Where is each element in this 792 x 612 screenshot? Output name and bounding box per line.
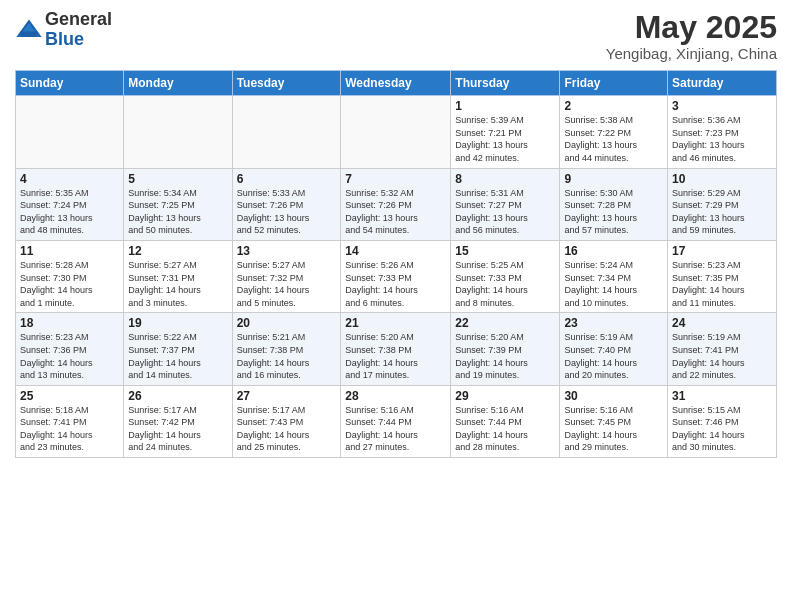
day-info: Sunrise: 5:38 AM Sunset: 7:22 PM Dayligh… bbox=[564, 114, 663, 164]
day-info: Sunrise: 5:34 AM Sunset: 7:25 PM Dayligh… bbox=[128, 187, 227, 237]
day-info: Sunrise: 5:20 AM Sunset: 7:39 PM Dayligh… bbox=[455, 331, 555, 381]
logo-general-text: General bbox=[45, 10, 112, 30]
col-monday: Monday bbox=[124, 71, 232, 96]
day-number: 4 bbox=[20, 172, 119, 186]
day-info: Sunrise: 5:27 AM Sunset: 7:32 PM Dayligh… bbox=[237, 259, 337, 309]
table-row: 18Sunrise: 5:23 AM Sunset: 7:36 PM Dayli… bbox=[16, 313, 124, 385]
day-number: 14 bbox=[345, 244, 446, 258]
day-info: Sunrise: 5:16 AM Sunset: 7:45 PM Dayligh… bbox=[564, 404, 663, 454]
table-row bbox=[124, 96, 232, 168]
table-row: 15Sunrise: 5:25 AM Sunset: 7:33 PM Dayli… bbox=[451, 240, 560, 312]
header: General Blue May 2025 Yengibag, Xinjiang… bbox=[15, 10, 777, 62]
table-row: 28Sunrise: 5:16 AM Sunset: 7:44 PM Dayli… bbox=[341, 385, 451, 457]
day-info: Sunrise: 5:22 AM Sunset: 7:37 PM Dayligh… bbox=[128, 331, 227, 381]
day-number: 28 bbox=[345, 389, 446, 403]
logo: General Blue bbox=[15, 10, 112, 50]
logo-icon bbox=[15, 16, 43, 44]
table-row: 19Sunrise: 5:22 AM Sunset: 7:37 PM Dayli… bbox=[124, 313, 232, 385]
day-info: Sunrise: 5:23 AM Sunset: 7:35 PM Dayligh… bbox=[672, 259, 772, 309]
table-row: 31Sunrise: 5:15 AM Sunset: 7:46 PM Dayli… bbox=[668, 385, 777, 457]
day-number: 16 bbox=[564, 244, 663, 258]
table-row bbox=[232, 96, 341, 168]
day-info: Sunrise: 5:27 AM Sunset: 7:31 PM Dayligh… bbox=[128, 259, 227, 309]
day-info: Sunrise: 5:17 AM Sunset: 7:43 PM Dayligh… bbox=[237, 404, 337, 454]
day-number: 24 bbox=[672, 316, 772, 330]
day-number: 17 bbox=[672, 244, 772, 258]
day-info: Sunrise: 5:15 AM Sunset: 7:46 PM Dayligh… bbox=[672, 404, 772, 454]
table-row: 20Sunrise: 5:21 AM Sunset: 7:38 PM Dayli… bbox=[232, 313, 341, 385]
table-row: 14Sunrise: 5:26 AM Sunset: 7:33 PM Dayli… bbox=[341, 240, 451, 312]
logo-blue-text: Blue bbox=[45, 30, 112, 50]
day-number: 2 bbox=[564, 99, 663, 113]
day-number: 11 bbox=[20, 244, 119, 258]
day-info: Sunrise: 5:30 AM Sunset: 7:28 PM Dayligh… bbox=[564, 187, 663, 237]
day-number: 21 bbox=[345, 316, 446, 330]
day-number: 8 bbox=[455, 172, 555, 186]
svg-rect-2 bbox=[21, 31, 38, 37]
table-row bbox=[16, 96, 124, 168]
day-number: 12 bbox=[128, 244, 227, 258]
col-sunday: Sunday bbox=[16, 71, 124, 96]
day-number: 23 bbox=[564, 316, 663, 330]
day-number: 13 bbox=[237, 244, 337, 258]
table-row: 1Sunrise: 5:39 AM Sunset: 7:21 PM Daylig… bbox=[451, 96, 560, 168]
day-number: 5 bbox=[128, 172, 227, 186]
day-number: 27 bbox=[237, 389, 337, 403]
day-info: Sunrise: 5:23 AM Sunset: 7:36 PM Dayligh… bbox=[20, 331, 119, 381]
table-row: 3Sunrise: 5:36 AM Sunset: 7:23 PM Daylig… bbox=[668, 96, 777, 168]
day-number: 29 bbox=[455, 389, 555, 403]
col-saturday: Saturday bbox=[668, 71, 777, 96]
table-row: 29Sunrise: 5:16 AM Sunset: 7:44 PM Dayli… bbox=[451, 385, 560, 457]
day-info: Sunrise: 5:31 AM Sunset: 7:27 PM Dayligh… bbox=[455, 187, 555, 237]
table-row: 22Sunrise: 5:20 AM Sunset: 7:39 PM Dayli… bbox=[451, 313, 560, 385]
day-info: Sunrise: 5:24 AM Sunset: 7:34 PM Dayligh… bbox=[564, 259, 663, 309]
day-number: 15 bbox=[455, 244, 555, 258]
logo-text: General Blue bbox=[45, 10, 112, 50]
calendar-page: General Blue May 2025 Yengibag, Xinjiang… bbox=[0, 0, 792, 612]
calendar-week-row: 11Sunrise: 5:28 AM Sunset: 7:30 PM Dayli… bbox=[16, 240, 777, 312]
table-row: 10Sunrise: 5:29 AM Sunset: 7:29 PM Dayli… bbox=[668, 168, 777, 240]
location: Yengibag, Xinjiang, China bbox=[606, 45, 777, 62]
col-thursday: Thursday bbox=[451, 71, 560, 96]
month-title: May 2025 bbox=[606, 10, 777, 45]
day-number: 30 bbox=[564, 389, 663, 403]
table-row: 11Sunrise: 5:28 AM Sunset: 7:30 PM Dayli… bbox=[16, 240, 124, 312]
table-row: 4Sunrise: 5:35 AM Sunset: 7:24 PM Daylig… bbox=[16, 168, 124, 240]
day-number: 7 bbox=[345, 172, 446, 186]
day-info: Sunrise: 5:16 AM Sunset: 7:44 PM Dayligh… bbox=[345, 404, 446, 454]
day-info: Sunrise: 5:18 AM Sunset: 7:41 PM Dayligh… bbox=[20, 404, 119, 454]
day-number: 31 bbox=[672, 389, 772, 403]
title-block: May 2025 Yengibag, Xinjiang, China bbox=[606, 10, 777, 62]
day-number: 3 bbox=[672, 99, 772, 113]
day-info: Sunrise: 5:32 AM Sunset: 7:26 PM Dayligh… bbox=[345, 187, 446, 237]
day-info: Sunrise: 5:17 AM Sunset: 7:42 PM Dayligh… bbox=[128, 404, 227, 454]
day-number: 18 bbox=[20, 316, 119, 330]
day-number: 26 bbox=[128, 389, 227, 403]
calendar-week-row: 4Sunrise: 5:35 AM Sunset: 7:24 PM Daylig… bbox=[16, 168, 777, 240]
day-info: Sunrise: 5:29 AM Sunset: 7:29 PM Dayligh… bbox=[672, 187, 772, 237]
table-row: 7Sunrise: 5:32 AM Sunset: 7:26 PM Daylig… bbox=[341, 168, 451, 240]
day-info: Sunrise: 5:39 AM Sunset: 7:21 PM Dayligh… bbox=[455, 114, 555, 164]
table-row: 9Sunrise: 5:30 AM Sunset: 7:28 PM Daylig… bbox=[560, 168, 668, 240]
day-info: Sunrise: 5:36 AM Sunset: 7:23 PM Dayligh… bbox=[672, 114, 772, 164]
table-row: 25Sunrise: 5:18 AM Sunset: 7:41 PM Dayli… bbox=[16, 385, 124, 457]
calendar-header-row: Sunday Monday Tuesday Wednesday Thursday… bbox=[16, 71, 777, 96]
calendar-table: Sunday Monday Tuesday Wednesday Thursday… bbox=[15, 70, 777, 458]
col-tuesday: Tuesday bbox=[232, 71, 341, 96]
table-row: 13Sunrise: 5:27 AM Sunset: 7:32 PM Dayli… bbox=[232, 240, 341, 312]
day-number: 10 bbox=[672, 172, 772, 186]
day-number: 22 bbox=[455, 316, 555, 330]
table-row: 30Sunrise: 5:16 AM Sunset: 7:45 PM Dayli… bbox=[560, 385, 668, 457]
table-row bbox=[341, 96, 451, 168]
calendar-week-row: 25Sunrise: 5:18 AM Sunset: 7:41 PM Dayli… bbox=[16, 385, 777, 457]
table-row: 23Sunrise: 5:19 AM Sunset: 7:40 PM Dayli… bbox=[560, 313, 668, 385]
table-row: 21Sunrise: 5:20 AM Sunset: 7:38 PM Dayli… bbox=[341, 313, 451, 385]
day-info: Sunrise: 5:26 AM Sunset: 7:33 PM Dayligh… bbox=[345, 259, 446, 309]
table-row: 26Sunrise: 5:17 AM Sunset: 7:42 PM Dayli… bbox=[124, 385, 232, 457]
table-row: 5Sunrise: 5:34 AM Sunset: 7:25 PM Daylig… bbox=[124, 168, 232, 240]
table-row: 12Sunrise: 5:27 AM Sunset: 7:31 PM Dayli… bbox=[124, 240, 232, 312]
day-number: 9 bbox=[564, 172, 663, 186]
table-row: 27Sunrise: 5:17 AM Sunset: 7:43 PM Dayli… bbox=[232, 385, 341, 457]
day-number: 1 bbox=[455, 99, 555, 113]
table-row: 6Sunrise: 5:33 AM Sunset: 7:26 PM Daylig… bbox=[232, 168, 341, 240]
